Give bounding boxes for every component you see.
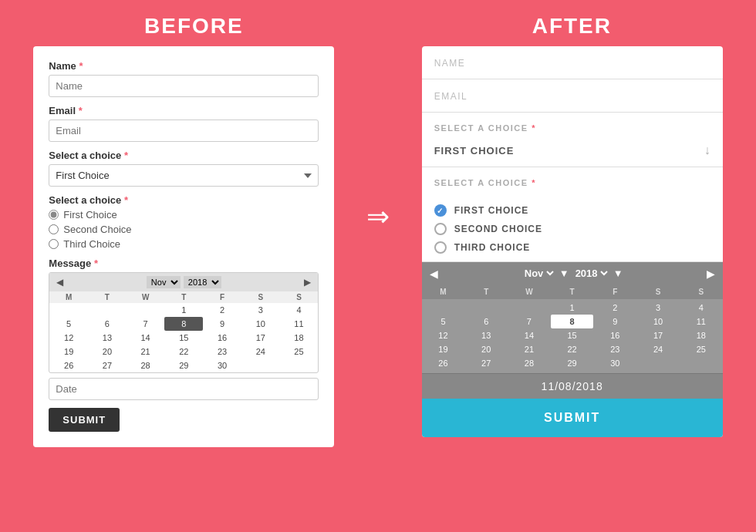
after-name-field: NAME — [422, 46, 723, 79]
after-email-placeholder: EMAIL — [434, 91, 468, 102]
after-radio-section: ✓ FIRST CHOICE SECOND CHOICE THIRD CHOIC… — [422, 192, 723, 262]
after-cal-header: ◀ Nov ▼ 2018 ▼ ▶ — [422, 262, 723, 285]
after-select1-value[interactable]: FIRST CHOICE ↓ — [422, 137, 723, 167]
cal-year-select[interactable]: 2018 — [184, 276, 221, 288]
after-cal-month-year: Nov ▼ 2018 ▼ — [521, 267, 623, 280]
after-date-display: 11/08/2018 — [422, 373, 723, 399]
before-calendar: ◀ Nov 2018 ▶ MTWTFSS 1 2 3 4 — [49, 272, 319, 373]
radio-group: First Choice Second Choice Third Choice — [49, 209, 319, 250]
radio-checked-icon: ✓ — [434, 204, 447, 217]
arrow-container: ⇒ — [355, 46, 401, 233]
email-label: Email * — [49, 105, 319, 116]
cal-prev-btn[interactable]: ◀ — [54, 277, 66, 288]
after-cal-month-select[interactable]: Nov — [521, 267, 556, 280]
select2-label: Select a choice * — [49, 194, 319, 206]
after-calendar: ◀ Nov ▼ 2018 ▼ ▶ MTWTFSS 1 — [422, 262, 723, 399]
before-panel: Name * Email * Select a choice * First C… — [33, 46, 334, 447]
after-select1-header: SELECT A CHOICE * — [422, 113, 723, 137]
after-label: AFTER — [532, 14, 612, 39]
before-label: BEFORE — [144, 14, 244, 39]
radio-item-3[interactable]: Third Choice — [49, 238, 319, 250]
after-radio-item-1[interactable]: ✓ FIRST CHOICE — [434, 204, 710, 217]
chevron-down-icon: ↓ — [704, 143, 710, 157]
radio-item-1[interactable]: First Choice — [49, 209, 319, 221]
after-submit-button[interactable]: SUBMIT — [422, 399, 723, 437]
after-cal-days-header: MTWTFSS — [422, 285, 723, 299]
after-select2-title: SELECT A CHOICE * — [434, 178, 536, 187]
after-radio-item-2[interactable]: SECOND CHOICE — [434, 223, 710, 235]
before-submit-button[interactable]: SUBMIT — [49, 408, 120, 432]
radio-unchecked-icon-2 — [434, 223, 447, 235]
after-radio-item-3[interactable]: THIRD CHOICE — [434, 241, 710, 254]
after-select2-header: SELECT A CHOICE * — [422, 167, 723, 192]
cal-month-select[interactable]: Nov — [147, 276, 181, 288]
after-select1-text: FIRST CHOICE — [434, 145, 515, 157]
arrow-icon: ⇒ — [366, 200, 390, 233]
cal-next-btn[interactable]: ▶ — [302, 277, 313, 288]
message-label: Message * — [49, 258, 319, 269]
cal-grid: 1 2 3 4 5 6 7 8 9 10 11 12 13 14 15 16 1… — [49, 303, 318, 372]
name-input[interactable] — [49, 75, 319, 97]
after-cal-grid: 1 2 3 4 5 6 7 8 9 10 11 12 13 14 15 16 1… — [422, 299, 723, 373]
name-label: Name * — [49, 60, 319, 72]
date-input[interactable] — [49, 378, 319, 400]
after-select1-title: SELECT A CHOICE * — [434, 123, 536, 133]
after-cal-year-select[interactable]: 2018 — [572, 267, 610, 280]
radio-unchecked-icon-3 — [434, 241, 447, 254]
after-cal-prev-btn[interactable]: ◀ — [430, 268, 438, 280]
after-email-field: EMAIL — [422, 79, 723, 113]
after-cal-next-btn[interactable]: ▶ — [707, 268, 715, 280]
email-input[interactable] — [49, 120, 319, 142]
select1-input[interactable]: First Choice Second Choice Third Choice — [49, 164, 319, 187]
after-panel: NAME EMAIL SELECT A CHOICE * FIRST CHOIC… — [422, 46, 723, 437]
select1-label: Select a choice * — [49, 150, 319, 161]
after-name-placeholder: NAME — [434, 58, 466, 69]
cal-days-header: MTWTFSS — [49, 291, 318, 303]
radio-item-2[interactable]: Second Choice — [49, 224, 319, 235]
